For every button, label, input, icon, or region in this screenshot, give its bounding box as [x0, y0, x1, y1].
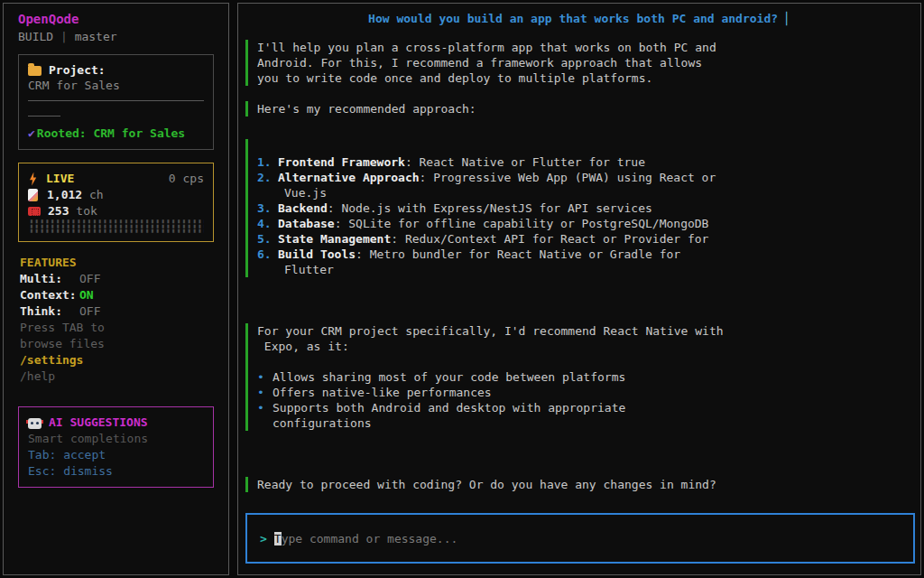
folder-icon: [28, 66, 42, 76]
list-item: 4.Database: SQLite for offline capabilit…: [257, 216, 913, 231]
app-subtitle: BUILD | master: [18, 28, 214, 45]
recommendation-list: 1.Frontend Framework: React Native or Fl…: [245, 139, 913, 277]
list-item: 6.Build Tools: Metro bundler for React N…: [257, 247, 913, 262]
assistant-paragraph-2: Here's my recommended approach:: [245, 101, 913, 117]
token-unit: tok: [76, 203, 97, 219]
esc-dismiss-hint: Esc: dismiss: [28, 463, 204, 480]
app-title: OpenQode: [18, 11, 214, 28]
context-state: ON: [79, 288, 94, 302]
feature-think: Think:OFF: [20, 303, 214, 320]
divider: [28, 100, 204, 101]
tab-accept-hint: Tab: accept: [28, 447, 204, 463]
command-input[interactable]: >Type command or message...: [245, 513, 915, 564]
ai-suggestions-subtitle: Smart completions: [28, 431, 204, 447]
bullet-icon: •: [257, 400, 273, 415]
assistant-paragraph-3: For your CRM project specifically, I'd r…: [245, 323, 913, 431]
tab-hint-line1: Press TAB to: [20, 320, 214, 336]
list-item-wrap: Vue.js: [257, 185, 913, 200]
token-icon: [28, 207, 41, 216]
separator: |: [60, 30, 68, 43]
rooted-status: ✔Rooted: CRM for Sales: [28, 126, 204, 142]
settings-command[interactable]: /settings: [20, 352, 214, 368]
list-item: 5.State Management: Redux/Context API fo…: [257, 231, 913, 247]
live-stats-panel: LIVE 0 cps 1,012 ch 253 tok ┇┇┇┇┇┇┇┇┇┇┇┇…: [18, 163, 214, 242]
activity-waveform: ┇┇┇┇┇┇┇┇┇┇┇┇┇┇┇┇┇┇┇┇┇┇┇┇┇┇┇┇┇┇┇┇┇┇…: [28, 219, 204, 234]
list-item: 1.Frontend Framework: React Native or Fl…: [257, 154, 913, 170]
list-item-wrap: Flutter: [257, 262, 913, 277]
cps-counter: 0 cps: [169, 171, 204, 187]
check-icon: ✔: [28, 126, 35, 140]
assistant-paragraph-4: Ready to proceed with coding? Or do you …: [245, 477, 913, 492]
ai-suggestions-panel: AI SUGGESTIONS Smart completions Tab: ac…: [18, 406, 214, 488]
feature-multi: Multi:OFF: [20, 271, 214, 287]
memo-icon: [28, 189, 38, 201]
multi-state: OFF: [79, 272, 100, 285]
project-name: CRM for Sales: [28, 79, 204, 92]
user-question: How would you build an app that works bo…: [245, 11, 913, 27]
char-count: 1,012: [47, 187, 82, 203]
ai-suggestions-title: AI SUGGESTIONS: [49, 415, 148, 431]
bullet-item: •Offers native-like performances: [257, 385, 913, 400]
project-label: Project:: [49, 62, 106, 79]
input-placeholder: ype command or message...: [282, 532, 458, 545]
git-branch: master: [75, 30, 117, 43]
lightning-icon: [28, 172, 38, 186]
bullet-item: •Allows sharing most of your code betwee…: [257, 369, 913, 385]
bullet-icon: •: [257, 369, 273, 385]
bullet-item-wrap: configurations: [257, 415, 913, 431]
sidebar: OpenQode BUILD | master Project: CRM for…: [3, 3, 229, 575]
feature-context: Context:ON: [20, 287, 214, 303]
bullet-item: •Supports both Android and desktop with …: [257, 400, 913, 415]
help-command[interactable]: /help: [20, 368, 214, 385]
title-cursor: │: [783, 12, 790, 25]
char-unit: ch: [89, 187, 104, 203]
tab-hint-line2: browse files: [20, 336, 214, 352]
live-label: LIVE: [46, 171, 74, 187]
input-cursor: T: [274, 532, 282, 545]
build-mode: BUILD: [18, 30, 53, 43]
features-title: FEATURES: [20, 255, 214, 271]
project-panel: Project: CRM for Sales ✔Rooted: CRM for …: [18, 54, 214, 150]
features-section: FEATURES Multi:OFF Context:ON Think:OFF …: [20, 255, 214, 385]
token-count: 253: [48, 203, 69, 219]
think-state: OFF: [79, 304, 100, 318]
assistant-paragraph-1: I'll help you plan a cross-platform app …: [245, 40, 913, 86]
divider-short: [28, 116, 60, 117]
prompt-symbol: >: [260, 532, 267, 545]
bullet-icon: •: [257, 385, 273, 400]
list-item: 2.Alternative Approach: Progressive Web …: [257, 170, 913, 185]
list-item: 3.Backend: Node.js with Express/NestJS f…: [257, 200, 913, 216]
chat-panel[interactable]: How would you build an app that works bo…: [237, 3, 921, 575]
robot-icon: [28, 418, 42, 429]
